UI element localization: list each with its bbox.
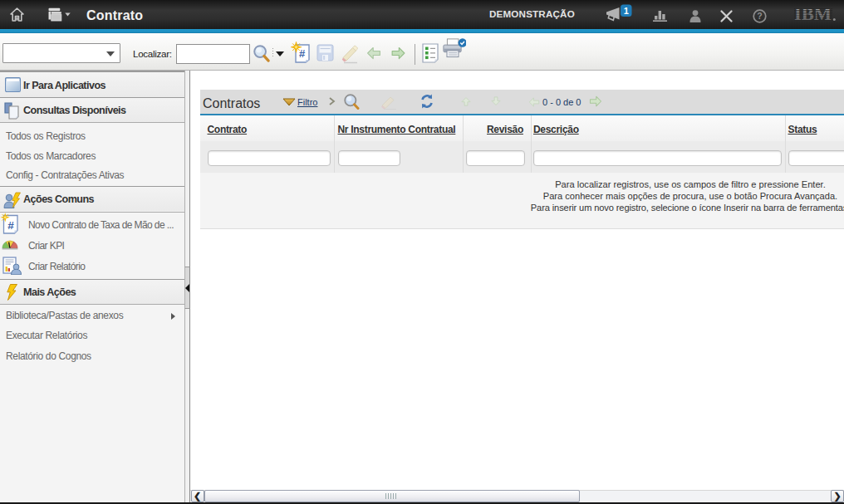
svg-text:#: # xyxy=(299,47,306,60)
svg-text:#: # xyxy=(7,219,14,232)
svg-text:1: 1 xyxy=(624,6,629,16)
svg-text:?: ? xyxy=(757,11,762,21)
